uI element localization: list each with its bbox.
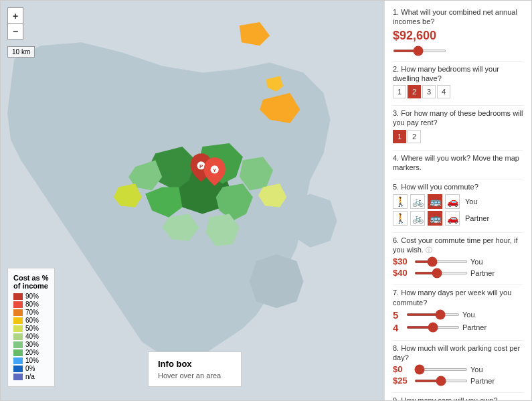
q8-partner-slider[interactable] bbox=[414, 380, 468, 382]
q1-label: 1. What will your combined net annual in… bbox=[393, 7, 523, 27]
q7-label: 7. How many days per week will you commu… bbox=[393, 288, 523, 307]
q9-label: 9. How many cars will you own? bbox=[393, 396, 523, 400]
q5-label: 5. How will you commute? bbox=[393, 182, 523, 191]
q3-label: 3. For how many of these bedrooms will y… bbox=[393, 108, 523, 128]
map-svg[interactable]: P Y bbox=[1, 1, 384, 400]
q2-btn-3[interactable]: 3 bbox=[422, 85, 436, 98]
question-9: 9. How many cars will you own? 0 1 2 3 bbox=[393, 396, 523, 400]
q5-partner-bus[interactable]: 🚌 bbox=[428, 211, 442, 226]
q5-you-bus[interactable]: 🚌 bbox=[428, 194, 442, 209]
question-7: 7. How many days per week will you commu… bbox=[393, 288, 523, 333]
q5-you-label: You bbox=[465, 197, 478, 206]
map-section: + − 10 km bbox=[1, 1, 384, 400]
question-5: 5. How will you commute? 🚶 🚲 🚌 🚗 You 🚶 🚲… bbox=[393, 182, 523, 225]
infobox: Info box Hover over an area bbox=[148, 351, 242, 387]
zoom-in-button[interactable]: + bbox=[7, 7, 23, 23]
q5-partner-label: Partner bbox=[465, 214, 489, 222]
q2-btn-4[interactable]: 4 bbox=[437, 85, 450, 98]
q2-btn-1[interactable]: 1 bbox=[393, 85, 406, 98]
question-4: 4. Where will you work? Move the map mar… bbox=[393, 153, 523, 173]
q5-you-bike[interactable]: 🚲 bbox=[410, 194, 425, 209]
question-1: 1. What will your combined net annual in… bbox=[393, 7, 523, 54]
question-3: 3. For how many of these bedrooms will y… bbox=[393, 108, 523, 143]
q7-you-value: 5 bbox=[393, 309, 404, 321]
q3-buttons: 1 2 bbox=[393, 130, 523, 143]
question-8: 8. How much will work parking cost per d… bbox=[393, 343, 523, 386]
q5-partner-car[interactable]: 🚗 bbox=[445, 211, 460, 226]
q8-partner-label: Partner bbox=[470, 377, 495, 385]
legend: Cost as %of income 90% 80% 70% 60% 50% 4… bbox=[7, 268, 55, 387]
q5-partner-row: 🚶 🚲 🚌 🚗 Partner bbox=[393, 211, 523, 226]
q8-you-value: $0 bbox=[393, 364, 412, 374]
q6-partner-slider[interactable] bbox=[414, 272, 468, 274]
q6-partner-label: Partner bbox=[470, 269, 495, 277]
zoom-out-button[interactable]: − bbox=[7, 23, 23, 39]
right-panel: 1. What will your combined net annual in… bbox=[384, 1, 531, 400]
q8-you-label: You bbox=[470, 366, 483, 374]
legend-items: 90% 80% 70% 60% 50% 40% 30% 20% 10% 0% n… bbox=[13, 293, 49, 380]
q5-you-car[interactable]: 🚗 bbox=[445, 194, 460, 209]
infobox-text: Hover over an area bbox=[158, 372, 232, 380]
q6-you-slider[interactable] bbox=[414, 260, 468, 263]
q2-label: 2. How many bedrooms will your dwelling … bbox=[393, 64, 523, 84]
q1-slider[interactable] bbox=[393, 50, 446, 52]
q7-partner-value: 4 bbox=[393, 322, 404, 333]
map-scale: 10 km bbox=[7, 46, 35, 58]
q5-partner-bike[interactable]: 🚲 bbox=[410, 211, 425, 226]
main-container: + − 10 km bbox=[0, 0, 532, 401]
question-2: 2. How many bedrooms will your dwelling … bbox=[393, 64, 523, 99]
q6-you-label: You bbox=[470, 258, 483, 266]
q5-you-walk[interactable]: 🚶 bbox=[393, 194, 408, 209]
q8-partner-value: $25 bbox=[393, 376, 412, 386]
q6-partner-row: $40 Partner bbox=[393, 268, 523, 278]
q7-partner-slider[interactable] bbox=[406, 326, 460, 329]
q7-you-label: You bbox=[462, 311, 475, 319]
q7-you-slider[interactable] bbox=[406, 313, 460, 316]
q7-partner-label: Partner bbox=[462, 323, 486, 331]
q8-you-slider[interactable] bbox=[414, 368, 468, 371]
q6-you-value: $30 bbox=[393, 256, 412, 266]
q6-you-row: $30 You bbox=[393, 256, 523, 266]
q1-value: $92,600 bbox=[393, 29, 523, 43]
map-controls: + − bbox=[7, 7, 23, 39]
q2-btn-2[interactable]: 2 bbox=[408, 85, 421, 98]
question-6: 6. Cost your commute time per hour, if y… bbox=[393, 236, 523, 278]
q7-partner-row: 4 Partner bbox=[393, 322, 523, 333]
svg-text:Y: Y bbox=[213, 167, 217, 173]
q5-you-row: 🚶 🚲 🚌 🚗 You bbox=[393, 194, 523, 209]
q5-partner-walk[interactable]: 🚶 bbox=[393, 211, 408, 226]
q6-partner-value: $40 bbox=[393, 268, 412, 278]
q3-btn-1[interactable]: 1 bbox=[393, 130, 406, 143]
legend-title: Cost as %of income bbox=[13, 274, 49, 290]
svg-text:P: P bbox=[199, 163, 203, 169]
q3-btn-2[interactable]: 2 bbox=[408, 130, 421, 143]
q4-label: 4. Where will you work? Move the map mar… bbox=[393, 153, 523, 173]
q8-you-row: $0 You bbox=[393, 364, 523, 374]
infobox-title: Info box bbox=[158, 359, 232, 369]
q2-buttons: 1 2 3 4 bbox=[393, 85, 523, 98]
q7-you-row: 5 You bbox=[393, 309, 523, 321]
q8-partner-row: $25 Partner bbox=[393, 376, 523, 386]
q8-label: 8. How much will work parking cost per d… bbox=[393, 343, 523, 363]
q6-label: 6. Cost your commute time per hour, if y… bbox=[393, 236, 523, 255]
